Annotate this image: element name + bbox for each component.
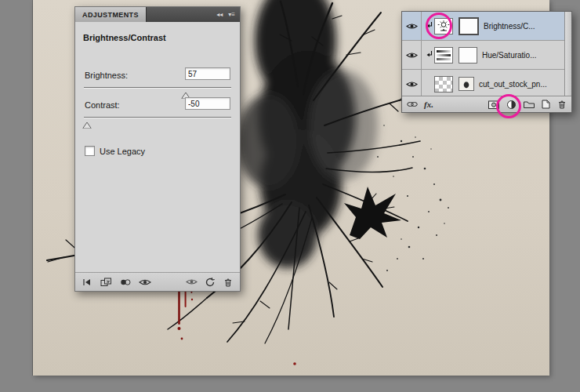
add-layer-mask-icon[interactable] (488, 100, 500, 110)
brightness-value-input[interactable] (185, 67, 230, 80)
layers-panel: Brightness/C... Hue/Saturatio... (401, 11, 572, 113)
adjustments-panel-header: ADJUSTMENTS ◂◂ ▾≡ (75, 7, 240, 22)
layer-visibility-eye-icon[interactable] (402, 41, 422, 69)
contrast-slider-track (84, 117, 231, 118)
layer-row-brightness-contrast[interactable]: Brightness/C... (402, 12, 564, 41)
brightness-slider-track (84, 87, 231, 88)
brightness-slider[interactable] (84, 85, 231, 96)
hue-saturation-adjustment-thumbnail[interactable] (434, 47, 453, 64)
layer-name[interactable]: cut_out_stock_pn... (479, 80, 547, 89)
layer-visibility-eye-icon[interactable] (402, 70, 422, 98)
new-layer-icon[interactable] (541, 99, 551, 110)
use-legacy-label: Use Legacy (100, 147, 145, 156)
view-previous-state-eye-icon[interactable] (186, 278, 198, 286)
layer-row-cut-out-stock[interactable]: cut_out_stock_pn... (402, 70, 564, 99)
link-layers-icon[interactable] (406, 100, 419, 108)
adjustments-footer-toolbar (75, 272, 240, 291)
layer-name[interactable]: Hue/Saturatio... (482, 51, 536, 60)
contrast-slider-thumb[interactable] (82, 118, 91, 132)
return-to-adjustment-list-icon[interactable] (82, 277, 92, 288)
layer-name[interactable]: Brightness/C... (484, 22, 535, 31)
layers-scrollbar[interactable] (564, 12, 571, 96)
clip-to-layer-icon[interactable] (119, 277, 132, 288)
collapse-panel-icon[interactable]: ◂◂ (216, 12, 223, 18)
delete-adjustment-layer-trash-icon[interactable] (223, 277, 234, 288)
contrast-label: Contrast: (85, 100, 120, 110)
reset-adjustment-icon[interactable] (205, 277, 216, 288)
contrast-value-input[interactable] (185, 97, 230, 110)
layer-mask-thumbnail[interactable] (459, 17, 479, 35)
brightness-adjustment-thumbnail[interactable] (434, 18, 453, 34)
layer-styles-fx-icon[interactable]: fx. (424, 100, 433, 109)
bird-silhouette (344, 187, 401, 239)
layer-mask-thumbnail[interactable] (459, 47, 477, 64)
toggle-layer-visibility-eye-icon[interactable] (139, 278, 151, 287)
switch-panel-view-icon[interactable] (100, 277, 112, 288)
clipping-mask-arrow-icon (425, 50, 434, 60)
adjustment-title: Brightness/Contrast (83, 33, 166, 42)
layer-thumbnail-image[interactable] (459, 77, 474, 91)
contrast-slider[interactable] (84, 114, 231, 125)
layer-row-hue-saturation[interactable]: Hue/Saturatio... (402, 41, 564, 70)
new-group-folder-icon[interactable] (523, 100, 535, 109)
clipping-mask-arrow-icon (425, 21, 434, 31)
use-legacy-checkbox[interactable] (85, 146, 95, 156)
layers-footer-toolbar: fx. (402, 96, 571, 112)
new-adjustment-layer-icon[interactable] (506, 99, 517, 111)
delete-layer-trash-icon[interactable] (556, 99, 567, 110)
panel-menu-icon[interactable]: ▾≡ (228, 12, 235, 18)
layer-visibility-eye-icon[interactable] (402, 12, 422, 40)
layer-thumbnail-transparent[interactable] (434, 76, 453, 93)
adjustments-panel: ADJUSTMENTS ◂◂ ▾≡ Brightness/Contrast Br… (74, 6, 241, 292)
tab-adjustments[interactable]: ADJUSTMENTS (75, 7, 147, 22)
brightness-label: Brightness: (85, 71, 128, 80)
